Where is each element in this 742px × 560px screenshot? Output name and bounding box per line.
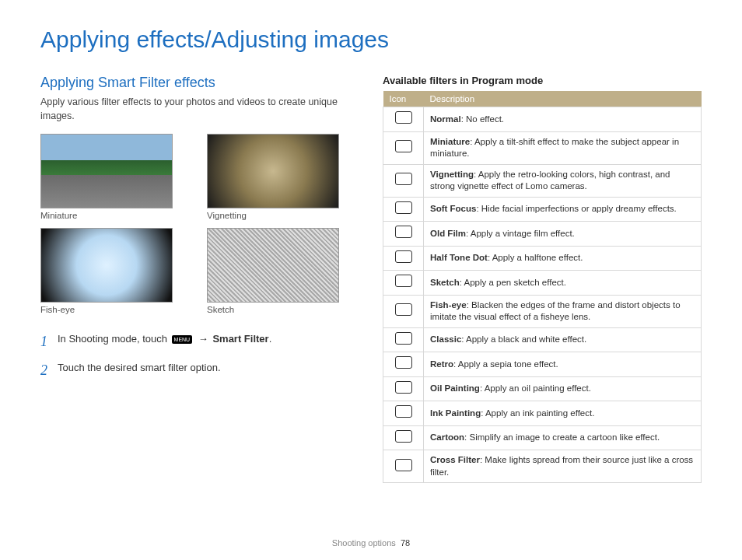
table-row: Ink Painting: Apply an ink painting effe…	[383, 401, 702, 426]
filter-icon-cell	[383, 246, 424, 271]
filter-icon-cell	[383, 222, 424, 247]
filter-icon-cell	[383, 197, 424, 222]
filter-icon	[395, 459, 412, 471]
table-row: Classic: Apply a black and white effect.	[383, 327, 702, 352]
filters-table: Icon Description Normal: No effect.Minia…	[383, 91, 702, 483]
filter-icon	[395, 430, 412, 443]
filter-icon-cell	[383, 352, 424, 377]
filter-icon-cell	[383, 425, 424, 450]
thumbnail-item: Sketch	[207, 228, 339, 314]
filter-icon	[395, 356, 412, 369]
filter-description-cell: Ink Painting: Apply an ink painting effe…	[424, 401, 702, 426]
filter-name: Cross Filter	[430, 455, 480, 464]
filter-description-cell: Classic: Apply a black and white effect.	[424, 327, 702, 352]
step-number: 2	[40, 360, 58, 381]
left-column: Applying Smart Filter effects Apply vari…	[40, 75, 352, 483]
filter-name: Soft Focus	[430, 204, 476, 213]
thumbnail-label: Miniature	[40, 211, 173, 220]
step-text: In Shooting mode, touch MENU → Smart Fil…	[58, 331, 271, 352]
footer-section: Shooting options	[332, 538, 396, 548]
content-columns: Applying Smart Filter effects Apply vari…	[40, 75, 702, 483]
filter-desc: : Hide facial imperfections or apply dre…	[476, 204, 676, 213]
thumbnail-grid: Miniature Vignetting Fish-eye Sketch	[40, 134, 352, 314]
thumbnail-item: Miniature	[40, 134, 173, 220]
filter-icon	[395, 140, 412, 152]
filter-name: Sketch	[430, 278, 460, 287]
filter-icon-cell	[383, 107, 424, 132]
thumbnail-label: Vignetting	[207, 211, 339, 220]
table-row: Old Film: Apply a vintage film effect.	[383, 222, 702, 247]
filter-description-cell: Old Film: Apply a vintage film effect.	[424, 222, 702, 247]
filter-desc: : Apply a halftone effect.	[488, 253, 583, 262]
filter-icon-cell	[383, 401, 424, 426]
thumbnail-item: Fish-eye	[40, 228, 173, 314]
page-footer: Shooting options 78	[0, 538, 742, 548]
filter-name: Normal	[430, 114, 461, 124]
table-title: Available filters in Program mode	[383, 75, 702, 86]
filter-desc: : Blacken the edges of the frame and dis…	[430, 300, 681, 322]
table-header-row: Icon Description	[383, 91, 702, 107]
table-row: Oil Painting: Apply an oil painting effe…	[383, 376, 702, 401]
filter-icon	[395, 381, 412, 394]
steps-list: 1 In Shooting mode, touch MENU → Smart F…	[40, 331, 352, 381]
table-row: Soft Focus: Hide facial imperfections or…	[383, 197, 702, 222]
filter-description-cell: Normal: No effect.	[424, 107, 702, 132]
filter-description-cell: Half Tone Dot: Apply a halftone effect.	[424, 246, 702, 271]
filter-icon-cell	[383, 376, 424, 401]
step-number: 1	[40, 331, 58, 352]
filter-desc: : No effect.	[461, 114, 504, 124]
step-text: Touch the desired smart filter option.	[58, 360, 221, 381]
filter-name: Old Film	[430, 229, 466, 238]
page: Applying effects/Adjusting images Applyi…	[0, 0, 742, 560]
filter-description-cell: Cartoon: Simplify an image to create a c…	[424, 425, 702, 450]
section-intro: Apply various filter effects to your pho…	[40, 96, 352, 123]
thumbnail-item: Vignetting	[207, 134, 339, 220]
filter-icon	[395, 173, 412, 185]
filter-icon-cell	[383, 271, 424, 296]
table-row: Cross Filter: Make lights spread from th…	[383, 450, 702, 483]
filter-description-cell: Fish-eye: Blacken the edges of the frame…	[424, 295, 702, 327]
filter-desc: : Apply an ink painting effect.	[481, 408, 594, 418]
table-row: Miniature: Apply a tilt-shift effect to …	[383, 131, 702, 164]
filter-description-cell: Oil Painting: Apply an oil painting effe…	[424, 376, 702, 401]
thumbnail-image-miniature	[40, 134, 173, 208]
filter-description-cell: Cross Filter: Make lights spread from th…	[424, 450, 702, 483]
page-number: 78	[401, 538, 410, 548]
filter-desc: : Apply a vintage film effect.	[466, 229, 575, 238]
page-title: Applying effects/Adjusting images	[40, 26, 702, 53]
filter-description-cell: Vignetting: Apply the retro-looking colo…	[424, 164, 702, 197]
table-row: Cartoon: Simplify an image to create a c…	[383, 425, 702, 450]
filter-icon-cell	[383, 131, 424, 164]
thumbnail-image-fisheye	[40, 228, 173, 303]
filter-name: Cartoon	[430, 432, 464, 442]
header-description: Description	[424, 91, 702, 107]
filter-name: Retro	[430, 359, 453, 369]
filter-icon	[395, 332, 412, 345]
filter-desc: : Simplify an image to create a cartoon …	[464, 432, 660, 442]
thumbnail-label: Fish-eye	[40, 305, 173, 314]
table-row: Normal: No effect.	[383, 107, 702, 132]
filter-icon	[395, 226, 412, 238]
thumbnail-image-sketch	[207, 228, 339, 303]
filter-name: Vignetting	[430, 170, 474, 179]
filter-name: Miniature	[430, 137, 470, 146]
table-row: Sketch: Apply a pen sketch effect.	[383, 271, 702, 296]
filter-desc: : Apply a pen sketch effect.	[460, 278, 566, 287]
filter-icon-cell	[383, 327, 424, 352]
filter-icon	[395, 275, 412, 287]
filter-name: Oil Painting	[430, 383, 480, 393]
filter-icon-cell	[383, 295, 424, 327]
filter-icon	[395, 111, 412, 124]
filter-description-cell: Miniature: Apply a tilt-shift effect to …	[424, 131, 702, 164]
filter-icon	[395, 303, 412, 316]
thumbnail-image-vignetting	[207, 134, 339, 208]
filter-desc: : Apply an oil painting effect.	[480, 383, 591, 393]
filter-icon	[395, 201, 412, 214]
thumbnail-label: Sketch	[207, 305, 339, 314]
filter-description-cell: Sketch: Apply a pen sketch effect.	[424, 271, 702, 296]
table-row: Retro: Apply a sepia tone effect.	[383, 352, 702, 377]
step-1-bold: Smart Filter	[212, 333, 268, 345]
table-row: Fish-eye: Blacken the edges of the frame…	[383, 295, 702, 327]
filter-description-cell: Retro: Apply a sepia tone effect.	[424, 352, 702, 377]
step-1-text-a: In Shooting mode, touch	[58, 333, 170, 345]
